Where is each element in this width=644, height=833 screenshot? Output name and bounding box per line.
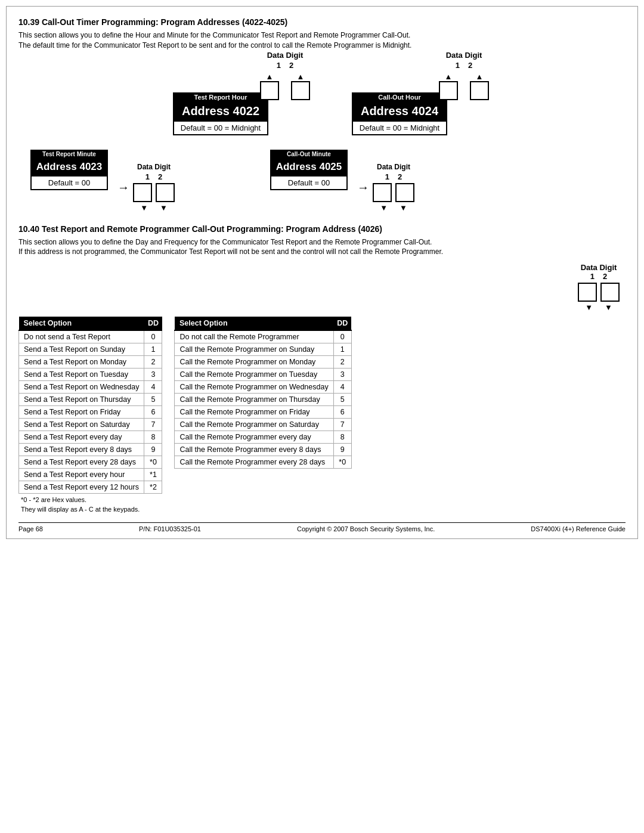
table1-dd-cell: *0 <box>144 456 162 469</box>
table1: Select Option DD Do not send a Test Repo… <box>18 317 162 494</box>
table1-option-cell: Do not send a Test Report <box>19 330 144 343</box>
addr-4023-default: Default = 00 <box>30 175 108 190</box>
arrow-down-2-4023: ▼ <box>160 203 168 212</box>
table1-dd-cell: 1 <box>144 343 162 356</box>
table2-col2-header: DD <box>333 317 351 330</box>
table1-option-cell: Send a Test Report every 12 hours <box>19 481 144 494</box>
table2-dd-cell: 5 <box>333 394 351 406</box>
digit-box-2-4026 <box>600 283 620 302</box>
table2-option-cell: Call the Remote Programmer on Monday <box>175 356 333 368</box>
hex-note-1: *0 - *2 are Hex values. <box>21 496 162 503</box>
section-39-header: 10.39 Call-Out Timer Programming: Progra… <box>18 17 626 27</box>
table2-dd-cell: 9 <box>333 444 351 456</box>
table1-dd-cell: 3 <box>144 368 162 381</box>
table1-dd-cell: 4 <box>144 381 162 394</box>
table-row: Send a Test Report on Thursday5 <box>19 394 162 406</box>
table-row: Call the Remote Programmer on Thursday5 <box>175 394 351 406</box>
arrow-down-2-4026: ▼ <box>605 303 612 312</box>
digit-box-1-4026 <box>578 283 597 302</box>
table2-dd-cell: 7 <box>333 419 351 431</box>
table1-option-cell: Send a Test Report on Thursday <box>19 394 144 406</box>
table2-option-cell: Call the Remote Programmer on Thursday <box>175 394 333 406</box>
table-row: Call the Remote Programmer on Tuesday3 <box>175 368 351 381</box>
table2-wrapper: Select Option DD Do not call the Remote … <box>174 317 351 513</box>
addr-4025-block: Call-Out Minute Address 4025 Default = 0… <box>270 150 414 212</box>
table2-dd-cell: 3 <box>333 368 351 381</box>
addr-4023-address: Address 4023 <box>30 159 108 175</box>
table1-dd-cell: 9 <box>144 444 162 456</box>
addr-4022-default: Default = 00 = Midnight <box>173 120 268 135</box>
table1-option-cell: Send a Test Report on Tuesday <box>19 368 144 381</box>
hex-note-2: They will display as A - C at the keypad… <box>21 506 162 513</box>
arrow-up-2-4022: ▲ <box>297 72 305 81</box>
digit-box-2-4022 <box>291 81 310 100</box>
table1-dd-cell: 0 <box>144 330 162 343</box>
digit-box-1-4024 <box>439 81 458 100</box>
addr-4023-label: Test Report Minute <box>30 150 108 159</box>
table1-dd-cell: *1 <box>144 469 162 481</box>
table2-dd-cell: 2 <box>333 356 351 368</box>
addr-4025-default: Default = 00 <box>270 175 348 190</box>
table1-option-cell: Send a Test Report every 8 days <box>19 444 144 456</box>
table-row: Send a Test Report on Tuesday3 <box>19 368 162 381</box>
table2-col1-header: Select Option <box>175 317 333 330</box>
footer-copyright: Copyright © 2007 Bosch Security Systems,… <box>297 525 435 532</box>
table2-dd-cell: 0 <box>333 330 351 343</box>
tables-container: Select Option DD Do not send a Test Repo… <box>18 317 626 513</box>
table-row: Call the Remote Programmer every 8 days9 <box>175 444 351 456</box>
addr-4022-label: Test Report Hour <box>173 92 268 102</box>
addr-4024-address: Address 4024 <box>352 102 447 120</box>
table1-option-cell: Send a Test Report on Sunday <box>19 343 144 356</box>
table-row: Send a Test Report every 12 hours*2 <box>19 481 162 494</box>
arrow-up-1-4024: ▲ <box>445 72 453 81</box>
table-row: Send a Test Report every hour*1 <box>19 469 162 481</box>
table2-option-cell: Call the Remote Programmer every day <box>175 431 333 444</box>
table-row: Send a Test Report on Sunday1 <box>19 343 162 356</box>
arrow-down-1-4026: ▼ <box>585 303 593 312</box>
digit-box-1-4022 <box>260 81 279 100</box>
footer-page: Page 68 <box>18 525 43 532</box>
table2-option-cell: Do not call the Remote Programmer <box>175 330 333 343</box>
table1-option-cell: Send a Test Report on Monday <box>19 356 144 368</box>
digit-box-1-4023 <box>133 183 152 202</box>
table2-option-cell: Call the Remote Programmer on Tuesday <box>175 368 333 381</box>
data-digit-label-4026: Data Digit <box>578 263 620 272</box>
arrow-down-1-4023: ▼ <box>140 203 148 212</box>
addr-4024-default: Default = 00 = Midnight <box>352 120 447 135</box>
table2-option-cell: Call the Remote Programmer on Sunday <box>175 343 333 356</box>
section-39-desc: This section allows you to define the Ho… <box>18 30 626 51</box>
arrow-down-2-4025: ▼ <box>400 203 407 212</box>
arrow-right-4025: → <box>357 181 369 194</box>
footer: Page 68 P/N: F01U035325-01 Copyright © 2… <box>18 522 626 532</box>
footer-product: DS7400Xi (4+) Reference Guide <box>531 525 626 532</box>
section-40-header: 10.40 Test Report and Remote Programmer … <box>18 224 626 234</box>
table2-option-cell: Call the Remote Programmer on Saturday <box>175 419 333 431</box>
table1-option-cell: Send a Test Report on Friday <box>19 406 144 419</box>
table-row: Do not send a Test Report0 <box>19 330 162 343</box>
digit-box-2-4024 <box>470 81 489 100</box>
table1-dd-cell: 7 <box>144 419 162 431</box>
table-row: Call the Remote Programmer every day8 <box>175 431 351 444</box>
table-row: Send a Test Report on Saturday7 <box>19 419 162 431</box>
table-row: Call the Remote Programmer on Saturday7 <box>175 419 351 431</box>
table1-dd-cell: 8 <box>144 431 162 444</box>
data-digit-label-4022: Data Digit <box>260 51 310 60</box>
addr-4024-block: Data Digit 1 2 ▲ ▲ <box>352 57 471 135</box>
table2-option-cell: Call the Remote Programmer every 28 days <box>175 456 333 469</box>
table-row: Send a Test Report on Friday6 <box>19 406 162 419</box>
table-row: Call the Remote Programmer on Monday2 <box>175 356 351 368</box>
table1-option-cell: Send a Test Report on Saturday <box>19 419 144 431</box>
addr-4025-label: Call-Out Minute <box>270 150 348 159</box>
arrow-up-2-4024: ▲ <box>476 72 484 81</box>
digit-box-2-4025 <box>395 183 414 202</box>
table1-col2-header: DD <box>144 317 162 330</box>
table2-dd-cell: 1 <box>333 343 351 356</box>
addr-4024-label: Call-Out Hour <box>352 92 447 102</box>
digit-box-1-4025 <box>373 183 392 202</box>
table-row: Call the Remote Programmer on Wednesday4 <box>175 381 351 394</box>
table-row: Send a Test Report every day8 <box>19 431 162 444</box>
table1-option-cell: Send a Test Report on Wednesday <box>19 381 144 394</box>
digit-box-2-4023 <box>156 183 175 202</box>
table2-option-cell: Call the Remote Programmer every 8 days <box>175 444 333 456</box>
addr-4022-address: Address 4022 <box>173 102 268 120</box>
